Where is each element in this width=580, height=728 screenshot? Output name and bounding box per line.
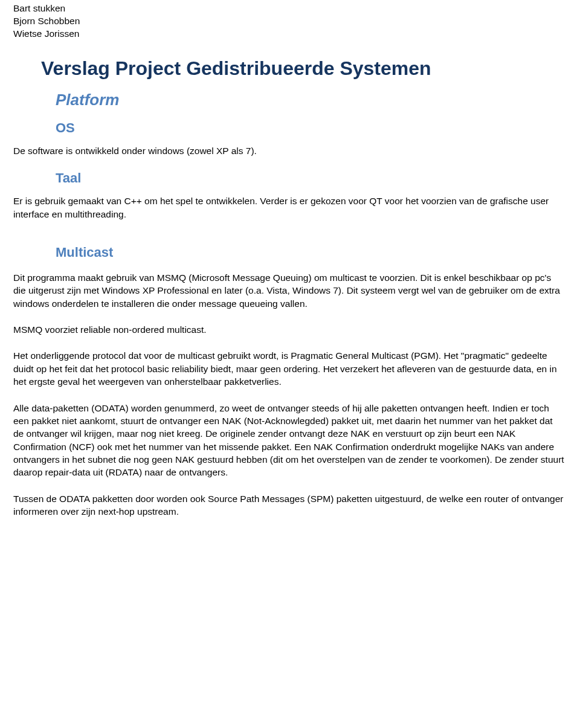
os-paragraph: De software is ontwikkeld onder windows … <box>13 144 564 157</box>
multicast-paragraph-1: Dit programma maakt gebruik van MSMQ (Mi… <box>13 271 564 310</box>
authors-block: Bart stukken Bjorn Schobben Wietse Joris… <box>13 2 567 40</box>
platform-heading: Platform <box>56 91 567 109</box>
taal-heading: Taal <box>56 170 567 186</box>
author-line: Bjorn Schobben <box>13 15 567 28</box>
document-page: Bart stukken Bjorn Schobben Wietse Joris… <box>0 0 580 728</box>
multicast-paragraph-5: Tussen de ODATA pakketten door worden oo… <box>13 492 564 518</box>
os-heading: OS <box>56 120 567 136</box>
taal-paragraph: Er is gebruik gemaakt van C++ om het spe… <box>13 195 564 221</box>
multicast-paragraph-3: Het onderliggende protocol dat voor de m… <box>13 349 564 388</box>
multicast-paragraph-4: Alle data-paketten (ODATA) worden genumm… <box>13 402 564 479</box>
author-line: Bart stukken <box>13 2 567 15</box>
multicast-paragraph-2: MSMQ voorziet reliable non-ordered multi… <box>13 323 564 336</box>
multicast-heading: Multicast <box>56 245 567 260</box>
author-line: Wietse Jorissen <box>13 28 567 40</box>
document-title: Verslag Project Gedistribueerde Systemen <box>41 57 567 80</box>
